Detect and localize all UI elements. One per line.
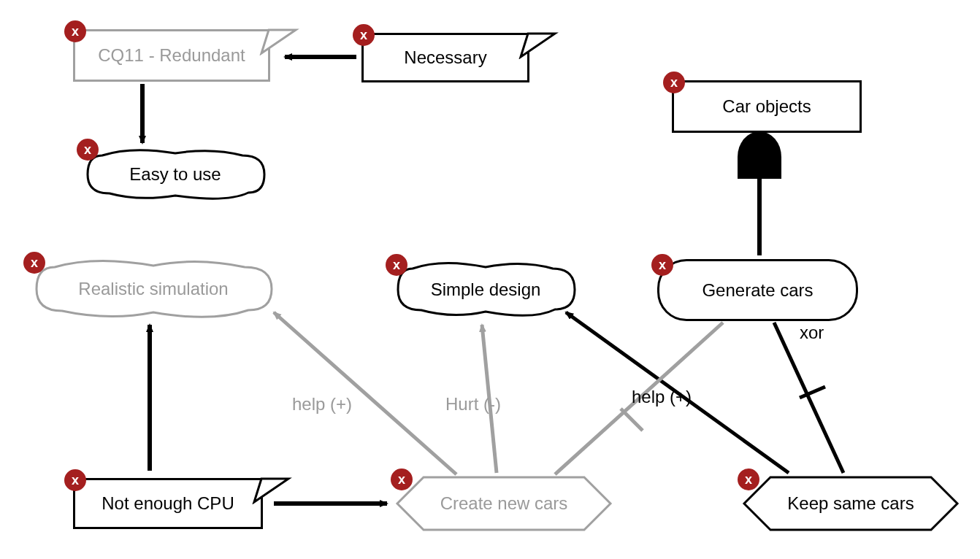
node-label: Necessary	[404, 47, 486, 68]
node-car-objects[interactable]: Car objects	[672, 80, 862, 133]
xor-label: xor	[800, 323, 824, 343]
svg-line-10	[800, 387, 825, 398]
node-cq11-redundant[interactable]: CQ11 - Redundant	[73, 29, 270, 82]
close-icon[interactable]: x	[651, 254, 673, 276]
svg-line-8	[621, 409, 643, 431]
svg-marker-13	[521, 34, 555, 57]
close-icon[interactable]: x	[64, 20, 86, 42]
node-label: Easy to use	[80, 144, 270, 204]
close-icon[interactable]: x	[23, 252, 45, 274]
callout-tail	[518, 31, 559, 59]
node-label: Realistic simulation	[29, 255, 277, 323]
node-label: Create new cars	[440, 493, 568, 514]
close-icon[interactable]: x	[386, 254, 407, 276]
callout-tail	[252, 477, 292, 504]
edge-label-hurt: Hurt (-)	[445, 394, 501, 415]
close-icon[interactable]: x	[738, 469, 759, 490]
close-icon[interactable]: x	[77, 139, 99, 161]
edge-label-help-1: help (+)	[292, 394, 352, 415]
node-label: Simple design	[391, 258, 581, 322]
svg-line-9	[774, 323, 843, 473]
node-label: Keep same cars	[787, 493, 914, 514]
node-generate-cars[interactable]: Generate cars	[657, 259, 858, 321]
edge-label-help-2: help (+)	[632, 387, 692, 407]
close-icon[interactable]: x	[391, 469, 413, 490]
node-create-new-cars[interactable]: Create new cars	[394, 474, 613, 533]
svg-line-4	[274, 312, 456, 474]
node-necessary[interactable]: Necessary	[361, 33, 529, 82]
svg-marker-14	[254, 479, 288, 502]
close-icon[interactable]: x	[353, 24, 375, 46]
close-icon[interactable]: x	[663, 72, 685, 93]
close-icon[interactable]: x	[64, 469, 86, 491]
node-easy-to-use[interactable]: Easy to use	[80, 144, 270, 204]
node-label: Generate cars	[702, 280, 813, 301]
callout-tail	[259, 28, 299, 55]
svg-marker-12	[261, 30, 296, 53]
node-label: Car objects	[722, 96, 811, 117]
node-simple-design[interactable]: Simple design	[391, 258, 581, 322]
node-label: Not enough CPU	[102, 493, 234, 514]
node-keep-same-cars[interactable]: Keep same cars	[741, 474, 960, 533]
node-realistic-simulation[interactable]: Realistic simulation	[29, 255, 277, 323]
node-label: CQ11 - Redundant	[98, 45, 245, 66]
node-not-enough-cpu[interactable]: Not enough CPU	[73, 478, 263, 529]
